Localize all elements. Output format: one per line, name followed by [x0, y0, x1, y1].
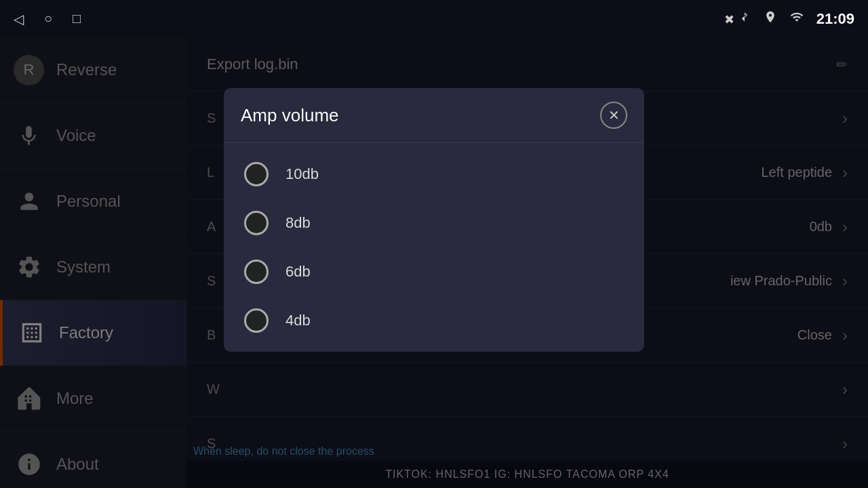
radio-8db [244, 211, 269, 235]
back-button[interactable]: ◁ [14, 11, 24, 27]
dialog-title: Amp volume [241, 105, 339, 126]
option-6db[interactable]: 6db [224, 247, 644, 296]
location-icon [764, 10, 777, 27]
dialog-header: Amp volume ✕ [224, 88, 644, 143]
status-icons: ✖ 21:09 [724, 10, 854, 28]
home-button[interactable]: ○ [44, 11, 52, 26]
option-10db[interactable]: 10db [224, 150, 644, 199]
option-8db-label: 8db [285, 214, 311, 232]
wifi-icon [789, 10, 804, 27]
status-bar: ◁ ○ □ ✖ 21:09 [0, 0, 868, 37]
bluetooth-icon: ✖ [724, 10, 751, 27]
amp-volume-dialog: Amp volume ✕ 10db 8db 6db 4db [224, 88, 644, 352]
radio-4db [244, 308, 269, 333]
option-4db[interactable]: 4db [224, 296, 644, 345]
option-8db[interactable]: 8db [224, 199, 644, 247]
option-4db-label: 4db [285, 312, 311, 329]
radio-6db [244, 260, 269, 284]
dialog-body: 10db 8db 6db 4db [224, 143, 644, 352]
dialog-close-button[interactable]: ✕ [600, 102, 627, 129]
radio-10db [244, 162, 269, 186]
clock: 21:09 [816, 10, 854, 28]
nav-controls: ◁ ○ □ [14, 11, 81, 27]
option-6db-label: 6db [285, 263, 311, 281]
option-10db-label: 10db [285, 165, 319, 183]
recents-button[interactable]: □ [73, 11, 81, 26]
